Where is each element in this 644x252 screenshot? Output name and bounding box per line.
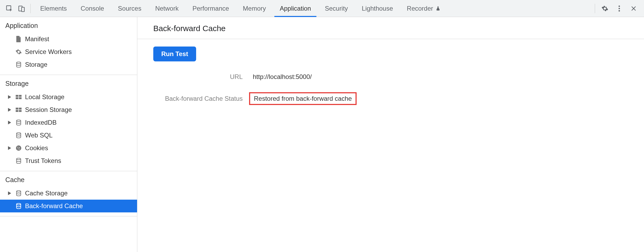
svg-point-14 bbox=[16, 133, 21, 134]
tab-console[interactable]: Console bbox=[74, 0, 111, 17]
panel-title: Back-forward Cache bbox=[137, 17, 644, 39]
tab-elements[interactable]: Elements bbox=[33, 0, 74, 17]
tab-application[interactable]: Application bbox=[273, 0, 318, 17]
sidebar-item-label: IndexedDB bbox=[25, 119, 57, 126]
file-icon bbox=[15, 35, 22, 43]
svg-point-6 bbox=[16, 62, 21, 64]
svg-point-5 bbox=[618, 10, 620, 11]
sidebar-item-websql[interactable]: Web SQL bbox=[0, 129, 137, 142]
url-label: URL bbox=[153, 73, 249, 81]
svg-point-16 bbox=[17, 147, 18, 148]
tab-label: Memory bbox=[243, 5, 266, 12]
tab-label: Lighthouse bbox=[362, 5, 393, 12]
expand-arrow-icon[interactable] bbox=[7, 121, 12, 124]
close-devtools-icon[interactable] bbox=[626, 0, 641, 17]
sidebar-item-trust-tokens[interactable]: Trust Tokens bbox=[0, 154, 137, 167]
svg-point-18 bbox=[18, 148, 18, 149]
svg-rect-2 bbox=[22, 7, 24, 11]
section-title-storage: Storage bbox=[0, 75, 137, 91]
svg-point-19 bbox=[19, 149, 20, 150]
settings-icon[interactable] bbox=[598, 0, 612, 17]
sidebar-item-label: Session Storage bbox=[25, 106, 72, 114]
table-icon bbox=[15, 93, 22, 101]
expand-arrow-icon[interactable] bbox=[7, 95, 12, 99]
application-sidebar: Application Manifest Service Workers bbox=[0, 17, 137, 252]
tab-recorder[interactable]: Recorder bbox=[400, 0, 448, 17]
tab-label: Elements bbox=[40, 5, 67, 12]
table-icon bbox=[15, 106, 22, 114]
tab-label: Performance bbox=[192, 5, 229, 12]
svg-point-4 bbox=[618, 8, 620, 9]
sidebar-item-cookies[interactable]: Cookies bbox=[0, 142, 137, 154]
database-icon bbox=[15, 157, 22, 165]
bfcache-status-value: Restored from back-forward cache bbox=[249, 92, 357, 105]
tabbar-divider bbox=[595, 4, 595, 13]
tab-network[interactable]: Network bbox=[148, 0, 185, 17]
sidebar-item-cache-storage[interactable]: Cache Storage bbox=[0, 187, 137, 200]
panel-tabs: Elements Console Sources Network Perform… bbox=[33, 0, 448, 17]
sidebar-item-label: Local Storage bbox=[25, 93, 64, 101]
tab-sources[interactable]: Sources bbox=[111, 0, 148, 17]
database-icon bbox=[15, 202, 22, 210]
gear-icon bbox=[15, 48, 22, 56]
sidebar-item-label: Storage bbox=[25, 61, 47, 68]
tab-performance[interactable]: Performance bbox=[185, 0, 236, 17]
flask-icon bbox=[435, 6, 441, 11]
tab-lighthouse[interactable]: Lighthouse bbox=[355, 0, 400, 17]
svg-point-17 bbox=[19, 147, 20, 148]
devtools-tabbar: Elements Console Sources Network Perform… bbox=[0, 0, 644, 17]
tab-label: Sources bbox=[118, 5, 141, 12]
svg-point-15 bbox=[16, 145, 21, 151]
sidebar-item-label: Cookies bbox=[25, 144, 48, 152]
svg-rect-12 bbox=[18, 107, 19, 112]
database-icon bbox=[15, 61, 22, 68]
sidebar-item-label: Service Workers bbox=[25, 48, 72, 56]
section-title-cache: Cache bbox=[0, 171, 137, 187]
sidebar-item-app-storage[interactable]: Storage bbox=[0, 58, 137, 71]
sidebar-item-label: Back-forward Cache bbox=[25, 202, 83, 210]
tab-label: Network bbox=[155, 5, 179, 12]
svg-point-22 bbox=[16, 203, 21, 205]
database-icon bbox=[15, 119, 22, 126]
bfcache-panel: Back-forward Cache Run Test URL http://l… bbox=[137, 17, 644, 252]
tab-label: Recorder bbox=[407, 5, 433, 12]
sidebar-item-session-storage[interactable]: Session Storage bbox=[0, 103, 137, 116]
cookie-icon bbox=[15, 144, 22, 152]
svg-point-20 bbox=[16, 158, 21, 160]
svg-point-13 bbox=[16, 120, 21, 121]
sidebar-item-label: Trust Tokens bbox=[25, 157, 61, 165]
svg-point-3 bbox=[618, 5, 620, 7]
tab-label: Console bbox=[81, 5, 104, 12]
expand-arrow-icon[interactable] bbox=[7, 108, 12, 112]
device-toolbar-icon[interactable] bbox=[15, 0, 28, 17]
database-icon bbox=[15, 190, 22, 197]
sidebar-item-label: Cache Storage bbox=[25, 190, 68, 197]
sidebar-item-label: Manifest bbox=[25, 35, 49, 43]
svg-point-21 bbox=[16, 191, 21, 192]
sidebar-item-service-workers[interactable]: Service Workers bbox=[0, 45, 137, 58]
sidebar-item-local-storage[interactable]: Local Storage bbox=[0, 91, 137, 103]
inspect-element-icon[interactable] bbox=[3, 0, 15, 17]
section-title-application: Application bbox=[0, 17, 137, 33]
expand-arrow-icon[interactable] bbox=[7, 146, 12, 150]
tab-security[interactable]: Security bbox=[318, 0, 355, 17]
tab-label: Security bbox=[325, 5, 348, 12]
tab-memory[interactable]: Memory bbox=[236, 0, 273, 17]
database-icon bbox=[15, 132, 22, 139]
svg-rect-9 bbox=[18, 95, 19, 99]
tab-label: Application bbox=[280, 5, 311, 12]
sidebar-item-bfcache[interactable]: Back-forward Cache bbox=[0, 200, 137, 212]
sidebar-item-manifest[interactable]: Manifest bbox=[0, 33, 137, 45]
bfcache-status-label: Back-forward Cache Status bbox=[153, 95, 249, 102]
tabbar-right-controls bbox=[598, 0, 641, 17]
tabbar-divider bbox=[30, 4, 31, 13]
run-test-button[interactable]: Run Test bbox=[153, 47, 196, 61]
sidebar-item-indexeddb[interactable]: IndexedDB bbox=[0, 116, 137, 129]
more-menu-icon[interactable] bbox=[612, 0, 626, 17]
sidebar-item-label: Web SQL bbox=[25, 132, 53, 139]
url-value: http://localhost:5000/ bbox=[249, 72, 315, 82]
expand-arrow-icon[interactable] bbox=[7, 191, 12, 195]
